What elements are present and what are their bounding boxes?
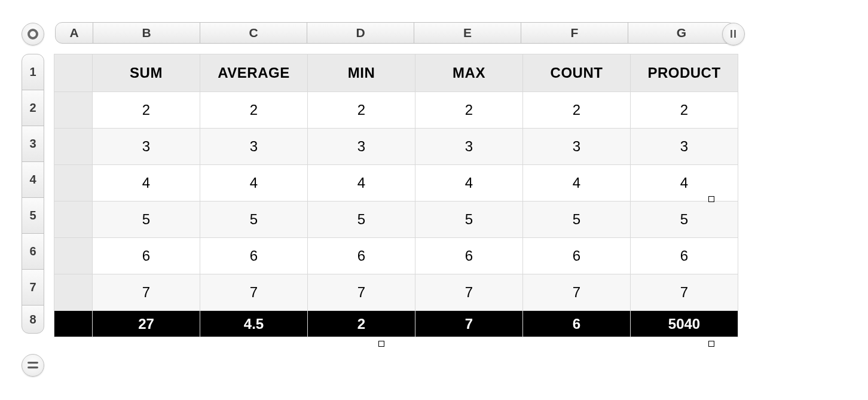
cell-g1[interactable]: PRODUCT (631, 54, 738, 92)
column-headers-strip: A B C D E F G (55, 22, 735, 44)
cell-e2[interactable]: 2 (415, 92, 523, 129)
cell-g7[interactable]: 7 (631, 274, 738, 311)
cell-b1[interactable]: SUM (93, 54, 200, 92)
cell-f1[interactable]: COUNT (523, 54, 631, 92)
cell-c4[interactable]: 4 (200, 165, 308, 201)
row-header-7[interactable]: 7 (22, 269, 44, 306)
column-header-e[interactable]: E (414, 22, 521, 44)
cell-f5[interactable]: 5 (523, 201, 631, 238)
selection-handle[interactable] (708, 341, 714, 347)
cell-d6[interactable]: 6 (308, 238, 415, 274)
pause-icon: II (730, 28, 737, 41)
cell-f2[interactable]: 2 (523, 92, 631, 129)
cell-b3[interactable]: 3 (93, 129, 200, 165)
cell-d5[interactable]: 5 (308, 201, 415, 238)
column-header-g[interactable]: G (628, 22, 735, 44)
column-header-a[interactable]: A (55, 22, 93, 44)
cell-d2[interactable]: 2 (308, 92, 415, 129)
cell-a2[interactable] (54, 92, 93, 129)
selection-handle[interactable] (708, 196, 714, 202)
cell-d4[interactable]: 4 (308, 165, 415, 201)
row-header-5[interactable]: 5 (22, 197, 44, 234)
selection-handle[interactable] (378, 341, 384, 347)
cell-g3[interactable]: 3 (631, 129, 738, 165)
row-header-6[interactable]: 6 (22, 233, 44, 270)
cell-a5[interactable] (54, 201, 93, 238)
cell-g6[interactable]: 6 (631, 238, 738, 274)
cell-d1[interactable]: MIN (308, 54, 415, 92)
cell-d3[interactable]: 3 (308, 129, 415, 165)
cell-a8[interactable] (54, 311, 93, 337)
cell-f3[interactable]: 3 (523, 129, 631, 165)
svg-rect-1 (27, 367, 38, 368)
cell-g8[interactable]: 5040 (631, 311, 738, 337)
pause-button[interactable]: II (722, 23, 745, 45)
cell-e1[interactable]: MAX (415, 54, 523, 92)
cell-b5[interactable]: 5 (93, 201, 200, 238)
cell-b6[interactable]: 6 (93, 238, 200, 274)
cell-a6[interactable] (54, 238, 93, 274)
column-header-f[interactable]: F (521, 22, 628, 44)
svg-rect-0 (27, 362, 38, 364)
cell-c2[interactable]: 2 (200, 92, 308, 129)
formula-button[interactable] (22, 354, 44, 377)
cell-e6[interactable]: 6 (415, 238, 523, 274)
cell-a1[interactable] (54, 54, 93, 92)
column-header-b[interactable]: B (93, 22, 200, 44)
cell-g4[interactable]: 4 (631, 165, 738, 201)
equals-icon (27, 361, 38, 370)
cell-c6[interactable]: 6 (200, 238, 308, 274)
cell-f4[interactable]: 4 (523, 165, 631, 201)
row-header-8[interactable]: 8 (22, 305, 44, 334)
cell-f8[interactable]: 6 (523, 311, 631, 337)
cell-c7[interactable]: 7 (200, 274, 308, 311)
column-header-d[interactable]: D (307, 22, 414, 44)
cell-e4[interactable]: 4 (415, 165, 523, 201)
cell-c3[interactable]: 3 (200, 129, 308, 165)
cell-a7[interactable] (54, 274, 93, 311)
cell-e3[interactable]: 3 (415, 129, 523, 165)
cell-b8[interactable]: 27 (93, 311, 200, 337)
row-header-1[interactable]: 1 (22, 54, 44, 90)
record-button[interactable] (22, 23, 44, 45)
cell-e8[interactable]: 7 (415, 311, 523, 337)
cell-f6[interactable]: 6 (523, 238, 631, 274)
cell-c1[interactable]: AVERAGE (200, 54, 308, 92)
row-header-3[interactable]: 3 (22, 126, 44, 162)
cell-f7[interactable]: 7 (523, 274, 631, 311)
cell-a4[interactable] (54, 165, 93, 201)
cell-b7[interactable]: 7 (93, 274, 200, 311)
cell-c5[interactable]: 5 (200, 201, 308, 238)
cell-g5[interactable]: 5 (631, 201, 738, 238)
row-header-4[interactable]: 4 (22, 161, 44, 198)
cell-d7[interactable]: 7 (308, 274, 415, 311)
cell-e7[interactable]: 7 (415, 274, 523, 311)
cell-d8[interactable]: 2 (308, 311, 415, 337)
column-header-c[interactable]: C (200, 22, 307, 44)
cell-c8[interactable]: 4.5 (200, 311, 308, 337)
spreadsheet-grid: SUM AVERAGE MIN MAX COUNT PRODUCT 2 2 2 … (54, 54, 738, 337)
cell-b4[interactable]: 4 (93, 165, 200, 201)
cell-e5[interactable]: 5 (415, 201, 523, 238)
row-header-2[interactable]: 2 (22, 90, 44, 126)
cell-b2[interactable]: 2 (93, 92, 200, 129)
row-headers-strip: 1 2 3 4 5 6 7 8 (22, 54, 44, 334)
cell-a3[interactable] (54, 129, 93, 165)
record-icon (27, 29, 38, 39)
cell-g2[interactable]: 2 (631, 92, 738, 129)
